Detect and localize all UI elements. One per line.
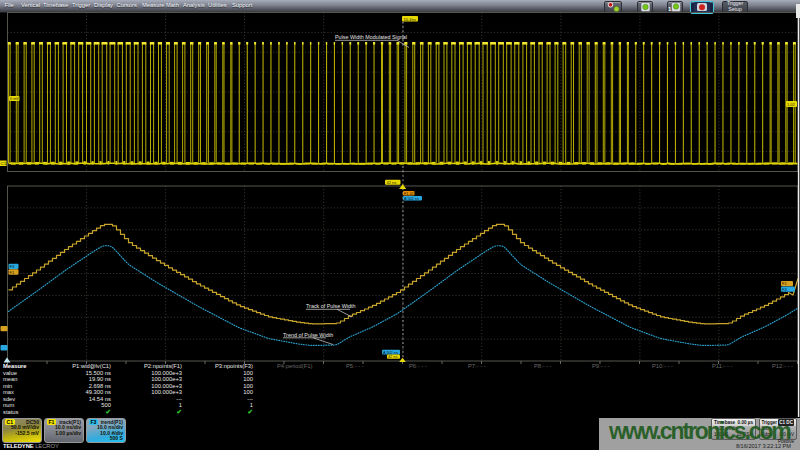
svg-text:F3: F3 (782, 287, 787, 292)
svg-text:A 502 ns: A 502 ns (383, 351, 398, 355)
svg-text:F1 42: F1 42 (404, 192, 414, 196)
svg-text:42 ns: 42 ns (388, 355, 397, 359)
svg-text:Pulse Width Modulated Signal: Pulse Width Modulated Signal (335, 34, 407, 40)
svg-text:1.02: 1.02 (787, 102, 796, 107)
svg-text:Trend of Pulse Width: Trend of Pulse Width (283, 332, 333, 338)
svg-text:Track of Pulse Width: Track of Pulse Width (306, 303, 356, 309)
svg-text:C1: C1 (1, 161, 7, 166)
svg-text:F1: F1 (782, 281, 787, 286)
svg-text:0 mV: 0 mV (10, 97, 19, 101)
svg-text:F3: F3 (10, 264, 15, 269)
svg-text:F1: F1 (10, 270, 15, 275)
svg-text:42 ns: 42 ns (387, 180, 397, 185)
svg-text:A 502 ns: A 502 ns (404, 197, 419, 201)
svg-text:10.4ns: 10.4ns (404, 17, 417, 22)
